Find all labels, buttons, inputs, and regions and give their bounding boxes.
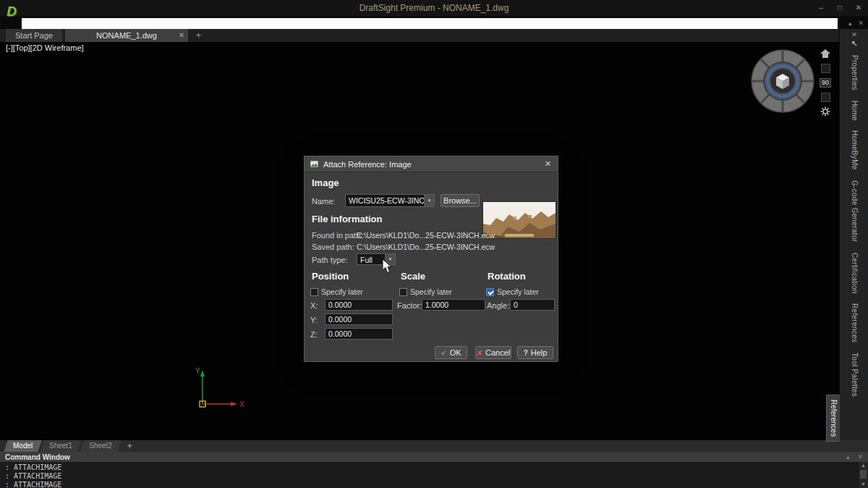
tab-sheet1[interactable]: Sheet1: [41, 440, 82, 452]
image-name-combobox[interactable]: WICISU25-ECW-3INCH ▾: [345, 194, 435, 207]
chevron-down-icon[interactable]: ▾: [424, 195, 434, 206]
position-specify-later-label: Specify later: [321, 287, 363, 296]
x-label: X:: [310, 301, 318, 310]
minimize-icon[interactable]: –: [816, 2, 826, 13]
command-scrollbar[interactable]: ▲ ▼: [858, 462, 868, 488]
angle-snap-icon[interactable]: 90: [819, 75, 832, 90]
z-label: Z:: [310, 330, 318, 339]
ucs-x-label: X: [239, 400, 244, 408]
dialog-title: Attach Reference: Image: [323, 160, 539, 169]
path-type-dropdown[interactable]: Full ▾: [357, 253, 396, 265]
ribbon-close-icon[interactable]: ✕: [858, 20, 864, 28]
browse-button-label: Browse...: [443, 196, 477, 205]
scale-heading: Scale: [401, 271, 425, 282]
scroll-up-icon[interactable]: ▲: [859, 462, 868, 469]
sidebar-item-home[interactable]: Home: [851, 101, 859, 121]
y-label: Y:: [310, 316, 318, 324]
sidebar-item-homebyme[interactable]: HomeByMe: [851, 130, 859, 170]
browse-button[interactable]: Browse...: [441, 194, 480, 207]
position-heading: Position: [312, 271, 349, 282]
ucs-y-label: Y: [195, 367, 200, 375]
view-lock-icon[interactable]: [819, 90, 832, 104]
command-window-header: Command Window ▴ ✕: [0, 452, 868, 462]
ribbon-controls: ▴ ✕: [848, 20, 864, 28]
check-icon: ✔: [441, 349, 446, 357]
tab-start-page[interactable]: Start Page: [6, 29, 62, 42]
saved-path-value: C:\Users\KLD1\Do...25-ECW-3INCH.ecw: [357, 243, 495, 251]
command-window-title: Command Window: [5, 453, 70, 461]
maximize-icon[interactable]: □: [835, 2, 845, 13]
cursor-arrow-icon: ↖: [851, 39, 857, 49]
draftsight-logo[interactable]: D: [3, 1, 20, 21]
command-window-body: : ATTACHIMAGE : ATTACHIMAGE : ATTACHIMAG…: [0, 462, 868, 488]
help-button-label: Help: [531, 348, 548, 357]
tab-sheet2-label: Sheet2: [89, 440, 112, 452]
sidebar-item-certification[interactable]: Certification: [851, 253, 859, 294]
position-specify-later-checkbox[interactable]: [310, 288, 318, 296]
image-section-heading: Image: [312, 177, 339, 188]
tab-close-icon[interactable]: ✕: [176, 30, 187, 41]
angle-input[interactable]: 0: [510, 299, 555, 311]
saved-path-label: Saved path:: [312, 243, 354, 251]
window-controls: – □ ✕: [816, 2, 864, 13]
sidebar-item-gcode-generator[interactable]: G-code Generator: [851, 180, 859, 242]
sidebar-item-references[interactable]: References: [851, 303, 859, 342]
factor-input[interactable]: 1.0000: [422, 299, 485, 311]
view-option-icon[interactable]: [819, 61, 832, 75]
viewport-controls-label[interactable]: [-][Top][2D Wireframe]: [6, 43, 84, 52]
found-in-path-label: Found in path:: [312, 231, 362, 240]
scroll-down-icon[interactable]: ▼: [859, 481, 868, 488]
rotation-specify-later-checkbox[interactable]: [486, 288, 494, 296]
document-tab-bar: Start Page NONAME_1.dwg ✕ +: [0, 29, 839, 42]
navigation-wheel[interactable]: [749, 48, 816, 114]
scrollbar-thumb[interactable]: [860, 470, 867, 479]
rotation-heading: Rotation: [488, 271, 526, 282]
factor-label: Factor:: [397, 301, 422, 310]
view-tools-column: 90: [819, 46, 832, 119]
dialog-title-bar[interactable]: Attach Reference: Image ✕: [305, 156, 558, 172]
image-name-value: WICISU25-ECW-3INCH: [346, 195, 424, 206]
new-tab-icon[interactable]: +: [193, 30, 204, 41]
sidebar-tab-list: Properties Home HomeByMe G-code Generato…: [851, 55, 859, 397]
scale-specify-later-label: Specify later: [410, 287, 452, 296]
z-input[interactable]: 0.0000: [325, 328, 393, 340]
command-line: : ATTACHIMAGE: [5, 472, 863, 481]
sidebar-item-properties[interactable]: Properties: [851, 55, 859, 91]
chevron-down-icon[interactable]: ▾: [385, 254, 395, 264]
cancel-button-label: Cancel: [485, 348, 510, 357]
sidebar-item-tool-palettes[interactable]: Tool Palettes: [851, 353, 859, 397]
tab-model-label: Model: [13, 440, 33, 452]
attach-image-icon: [310, 159, 319, 169]
tab-model[interactable]: Model: [4, 440, 41, 452]
command-line: : ATTACHIMAGE: [5, 481, 863, 488]
found-in-path-value: C:\Users\KLD1\Do...25-ECW-3INCH.ecw: [357, 231, 495, 240]
cancel-button[interactable]: ✘ Cancel: [475, 346, 511, 359]
scale-specify-later-checkbox[interactable]: [399, 288, 407, 296]
home-view-icon[interactable]: [819, 46, 832, 61]
attach-reference-dialog: Attach Reference: Image ✕ Image Name: WI…: [304, 156, 558, 362]
pin-icon[interactable]: ▴: [848, 20, 852, 28]
command-close-icon[interactable]: ✕: [857, 453, 863, 461]
question-icon: ?: [524, 349, 528, 357]
ucs-axis-icon: Y X: [181, 366, 253, 419]
command-pin-icon[interactable]: ▴: [846, 453, 850, 461]
name-label: Name:: [312, 197, 335, 206]
cross-icon: ✘: [477, 349, 482, 357]
new-sheet-icon[interactable]: +: [127, 441, 132, 451]
close-icon[interactable]: ✕: [854, 2, 864, 13]
tab-noname-dwg[interactable]: NONAME_1.dwg: [65, 29, 188, 42]
tab-sheet2[interactable]: Sheet2: [80, 440, 121, 452]
x-input[interactable]: 0.0000: [325, 299, 393, 311]
command-line: : ATTACHIMAGE: [5, 463, 863, 472]
docked-references-tab[interactable]: References: [826, 395, 840, 442]
help-button[interactable]: ? Help: [517, 346, 553, 359]
sidebar-close-icon[interactable]: ✕: [851, 31, 857, 38]
y-input[interactable]: 0.0000: [325, 314, 393, 325]
ok-button[interactable]: ✔ OK: [435, 346, 467, 359]
file-info-heading: File information: [312, 214, 383, 224]
path-type-value: Full: [357, 254, 385, 264]
dialog-close-icon[interactable]: ✕: [543, 159, 553, 169]
settings-gear-icon[interactable]: [819, 104, 832, 119]
draftsight-window: DraftSight Premium - NONAME_1.dwg – □ ✕ …: [0, 0, 868, 488]
window-title: DraftSight Premium - NONAME_1.dwg: [0, 3, 868, 13]
